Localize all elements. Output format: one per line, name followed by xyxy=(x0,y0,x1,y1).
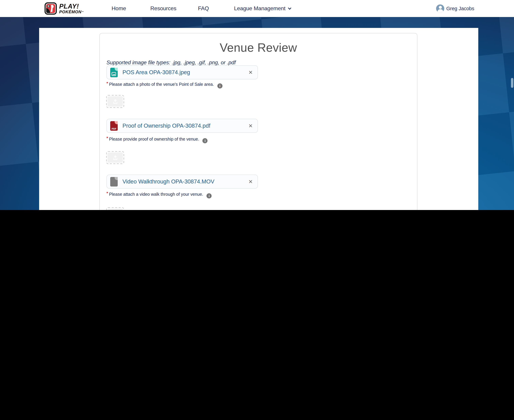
scrollbar-thumb-inner[interactable] xyxy=(511,78,513,88)
page-title: Venue Review xyxy=(100,41,417,54)
user-menu[interactable]: Greg Jacobs xyxy=(436,4,474,13)
upload-dropzone[interactable] xyxy=(106,151,124,164)
user-name: Greg Jacobs xyxy=(446,6,474,11)
pdf-file-icon: PDF xyxy=(110,121,118,131)
logo-wordmark: PLAY! POKÉMON™ xyxy=(59,3,84,14)
nav-item-home[interactable]: Home xyxy=(112,6,126,12)
upload-caption: *Please attach a photo of the venue's Po… xyxy=(106,82,222,89)
venue-review-card: Venue Review Supported image file types:… xyxy=(99,33,417,210)
upload-caption: *Please attach a video walk through of y… xyxy=(106,192,212,198)
generic-file-icon xyxy=(110,177,118,186)
info-icon[interactable]: i xyxy=(217,83,222,89)
required-asterisk: * xyxy=(106,191,108,196)
upload-dropzone[interactable] xyxy=(106,95,124,108)
upload-icon xyxy=(108,96,123,106)
uploaded-file-row: Video Walkthrough OPA-30874.MOV ✕ xyxy=(106,175,258,188)
uploaded-file-row: POS Area OPA-30874.jpeg ✕ xyxy=(106,65,258,79)
file-link[interactable]: Proof of Ownership OPA-30874.pdf xyxy=(123,122,210,129)
required-asterisk: * xyxy=(106,136,108,141)
supported-file-types-note: Supported image file types: .jpg, .jpeg,… xyxy=(106,60,236,66)
remove-file-button[interactable]: ✕ xyxy=(249,66,253,79)
nav-item-faq[interactable]: FAQ xyxy=(198,6,209,12)
user-avatar-icon xyxy=(436,4,444,13)
file-link[interactable]: Video Walkthrough OPA-30874.MOV xyxy=(123,178,214,185)
play-pokemon-logo[interactable]: PLAY! POKÉMON™ xyxy=(44,2,84,15)
required-asterisk: * xyxy=(106,81,108,86)
nav-item-league-management[interactable]: League Management xyxy=(234,6,291,12)
info-icon[interactable]: i xyxy=(203,138,208,143)
image-file-icon xyxy=(110,68,118,77)
remove-file-button[interactable]: ✕ xyxy=(249,119,253,132)
venue-review-page: PLAY! POKÉMON™ Home Resources FAQ League… xyxy=(0,0,514,210)
chevron-down-icon xyxy=(288,6,292,10)
upload-caption: *Please provide proof of ownership of th… xyxy=(106,137,208,143)
play-pokemon-logo-icon xyxy=(44,2,57,15)
upload-dropzone[interactable] xyxy=(106,207,124,210)
file-link[interactable]: POS Area OPA-30874.jpeg xyxy=(123,69,190,75)
nav-item-resources[interactable]: Resources xyxy=(150,6,176,12)
info-icon[interactable]: i xyxy=(206,193,212,198)
upload-icon xyxy=(108,152,123,163)
uploaded-file-row: PDF Proof of Ownership OPA-30874.pdf ✕ xyxy=(106,119,258,133)
top-nav: PLAY! POKÉMON™ Home Resources FAQ League… xyxy=(0,0,514,17)
upload-icon xyxy=(108,209,123,210)
remove-file-button[interactable]: ✕ xyxy=(249,175,253,188)
